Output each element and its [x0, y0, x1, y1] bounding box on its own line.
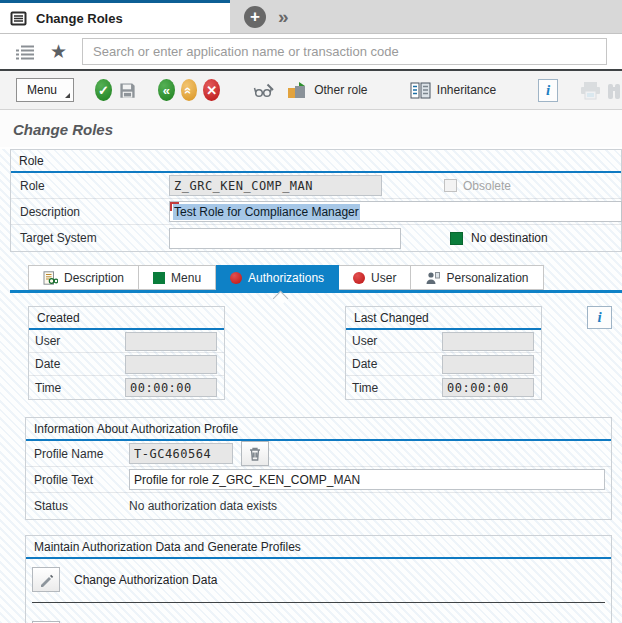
profile-text-input[interactable] [129, 469, 605, 490]
created-time-row: Time [29, 376, 224, 399]
page-title: Change Roles [0, 110, 622, 147]
last-changed-date-row: Date [346, 353, 541, 376]
change-authorization-button[interactable] [32, 567, 60, 592]
back-icon[interactable]: « [158, 79, 175, 101]
change-auth-row: Change Authorization Data [26, 559, 611, 599]
created-user-input[interactable] [125, 332, 217, 351]
created-user-row: User [29, 330, 224, 353]
change-authorization-label[interactable]: Change Authorization Data [74, 573, 217, 587]
scroll-glasses-icon [43, 271, 58, 285]
last-changed-group-box: Last Changed User Date Time [345, 306, 542, 400]
role-label: Role [20, 179, 169, 193]
other-role-icon[interactable] [287, 81, 308, 100]
last-changed-time-label: Time [352, 381, 442, 395]
profile-group-box: Information About Authorization Profile … [25, 417, 612, 520]
tab-description[interactable]: Description [28, 265, 139, 290]
profile-status-value: No authorization data exists [129, 499, 277, 513]
confirm-icon[interactable]: ✓ [95, 79, 112, 101]
role-input[interactable] [169, 175, 382, 196]
trash-icon [247, 446, 263, 462]
description-value: Test Role for Compliance Manager [173, 204, 360, 220]
application-toolbar: Menu ✓ « « ✕ [0, 71, 622, 110]
tab-personalization[interactable]: Personalization [411, 265, 543, 290]
created-time-label: Time [35, 381, 125, 395]
role-box-title: Role [11, 150, 621, 171]
tab-personalization-label: Personalization [446, 271, 528, 285]
profile-box-title: Information About Authorization Profile [26, 418, 611, 439]
profile-text-label: Profile Text [34, 473, 129, 487]
tab-authorizations-label: Authorizations [248, 271, 324, 285]
no-destination-label: No destination [471, 231, 548, 245]
last-changed-time-row: Time [346, 376, 541, 399]
save-icon[interactable] [118, 81, 137, 100]
last-changed-user-label: User [352, 334, 442, 348]
profile-name-input[interactable] [129, 443, 233, 464]
tab-menu[interactable]: Menu [139, 265, 216, 290]
print-icon [579, 81, 602, 100]
tab-user-label: User [371, 271, 396, 285]
tab-authorizations[interactable]: Authorizations [216, 265, 339, 290]
obsolete-label: Obsolete [463, 179, 511, 193]
created-time-input[interactable] [125, 378, 217, 397]
delete-profile-button[interactable] [241, 441, 269, 466]
role-group-box: Role Role Obsolete Description Test Role… [10, 149, 622, 252]
obsolete-checkbox[interactable] [444, 179, 457, 192]
shell-bar: ★ [0, 34, 622, 71]
browser-tab-change-roles[interactable]: Change Roles [0, 0, 230, 33]
other-role-label[interactable]: Other role [314, 83, 367, 97]
cancel-icon[interactable]: ✕ [203, 79, 220, 101]
profile-name-row: Profile Name [26, 441, 611, 467]
created-group-box: Created User Date Time [28, 306, 225, 400]
results-list-icon[interactable] [15, 44, 35, 60]
description-input[interactable]: Test Role for Compliance Manager [169, 201, 622, 222]
expert-mode-row: Expert Mode for Profile Generation [26, 613, 611, 623]
maintain-box-title: Maintain Authorization Data and Generate… [26, 536, 611, 557]
created-title: Created [29, 307, 224, 328]
destination-status-square [450, 232, 463, 245]
maintain-group-box: Maintain Authorization Data and Generate… [25, 535, 612, 623]
role-tabstrip: Description Menu Authorizations User [28, 265, 622, 290]
inheritance-icon[interactable] [410, 82, 431, 99]
search-input[interactable] [82, 38, 607, 65]
target-system-input[interactable] [169, 228, 401, 249]
main-area: Role Role Obsolete Description Test Role… [0, 149, 622, 623]
tabstrip-underline [10, 290, 622, 293]
exit-glyph: « [182, 86, 195, 93]
browser-tab-bar: Change Roles + » [0, 0, 622, 34]
last-changed-date-input[interactable] [442, 355, 534, 374]
section-info-icon[interactable]: i [587, 306, 612, 329]
menu-button[interactable]: Menu [16, 78, 74, 102]
description-field-row: Description Test Role for Compliance Man… [11, 199, 621, 225]
created-date-input[interactable] [125, 355, 217, 374]
last-changed-user-row: User [346, 330, 541, 353]
list-document-icon [10, 11, 27, 26]
last-changed-time-input[interactable] [442, 378, 534, 397]
profile-status-label: Status [34, 499, 129, 513]
last-changed-title: Last Changed [346, 307, 541, 328]
find-icon [608, 81, 622, 100]
red-status-icon [353, 272, 365, 284]
target-system-field-row: Target System No destination [11, 225, 621, 251]
profile-status-row: Status No authorization data exists [26, 493, 611, 519]
inheritance-label[interactable]: Inheritance [437, 83, 496, 97]
created-user-label: User [35, 334, 125, 348]
sap-window: Change Roles + » ★ Menu ✓ [0, 0, 622, 623]
role-field-row: Role Obsolete [11, 173, 621, 199]
target-system-label: Target System [20, 231, 169, 245]
pencil-icon [38, 572, 54, 588]
created-date-label: Date [35, 357, 125, 371]
new-tab-icon[interactable]: + [244, 6, 266, 28]
exit-icon[interactable]: « [181, 79, 198, 101]
tab-overflow-icon[interactable]: » [278, 7, 289, 26]
created-date-row: Date [29, 353, 224, 376]
person-icon [425, 271, 440, 285]
info-icon[interactable]: i [538, 79, 557, 102]
tab-user[interactable]: User [339, 265, 411, 290]
display-change-icon[interactable] [253, 82, 275, 98]
created-lastchanged-row: Created User Date Time Last Changed [28, 306, 622, 400]
action-separator [32, 602, 605, 603]
red-status-icon [230, 272, 242, 284]
last-changed-user-input[interactable] [442, 332, 534, 351]
green-square-icon [153, 272, 165, 284]
favorites-star-icon[interactable]: ★ [50, 42, 67, 61]
